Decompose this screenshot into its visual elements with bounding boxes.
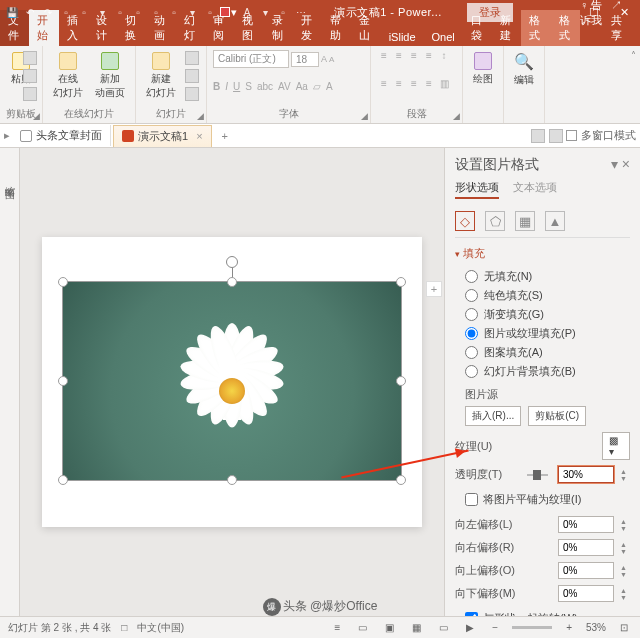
resize-handle[interactable] bbox=[396, 475, 406, 485]
doctab-icon[interactable] bbox=[549, 129, 563, 143]
tab-onekey[interactable]: Onel bbox=[424, 28, 463, 46]
zoom-out-icon[interactable]: − bbox=[488, 622, 502, 633]
pane-close-icon[interactable]: ▾ × bbox=[611, 156, 630, 174]
tab-list-icon[interactable]: ▸ bbox=[4, 129, 10, 142]
qat-icon[interactable]: ▫ bbox=[166, 4, 182, 20]
bold-icon[interactable]: B bbox=[213, 81, 220, 92]
zoom-in-icon[interactable]: + bbox=[562, 622, 576, 633]
reading-view-icon[interactable]: ▭ bbox=[435, 622, 452, 633]
share-button[interactable]: ↗ 共享 bbox=[611, 0, 632, 43]
new-slide-button[interactable]: 新建 幻灯片 bbox=[142, 50, 180, 102]
transparency-input[interactable] bbox=[558, 466, 614, 483]
format-painter-icon[interactable] bbox=[23, 87, 37, 101]
online-slides-button[interactable]: 在线 幻灯片 bbox=[49, 50, 87, 102]
fit-icon[interactable]: ⊡ bbox=[616, 622, 632, 633]
qat-dropdown-icon[interactable]: ▾ bbox=[184, 4, 200, 20]
transparency-slider[interactable] bbox=[527, 474, 548, 476]
sorter-view-icon[interactable]: ▦ bbox=[408, 622, 425, 633]
dialog-launcher-icon[interactable]: ◢ bbox=[361, 111, 368, 121]
radio-solid-fill[interactable]: 纯色填充(S) bbox=[455, 286, 630, 305]
offset-left-input[interactable] bbox=[558, 516, 614, 533]
rotate-handle[interactable] bbox=[226, 256, 238, 268]
shadow-icon[interactable]: S bbox=[245, 81, 252, 92]
dialog-launcher-icon[interactable]: ◢ bbox=[197, 111, 204, 121]
dialog-launcher-icon[interactable]: ◢ bbox=[33, 111, 40, 121]
section-icon[interactable] bbox=[185, 87, 199, 101]
qat-icon[interactable]: ▫ bbox=[112, 4, 128, 20]
case-icon[interactable]: Aa bbox=[296, 81, 308, 92]
slideshow-icon[interactable]: ▶ bbox=[462, 622, 478, 633]
italic-icon[interactable]: I bbox=[225, 81, 228, 92]
qat-icon[interactable]: ▫ bbox=[58, 4, 74, 20]
offset-up-input[interactable] bbox=[558, 562, 614, 579]
doctab-icon[interactable] bbox=[531, 129, 545, 143]
layout-helper-icon[interactable]: + bbox=[426, 281, 442, 297]
close-tab-icon[interactable]: × bbox=[196, 130, 202, 142]
font-size-input[interactable]: 18 bbox=[291, 52, 319, 67]
linespace-icon[interactable]: ↕ bbox=[437, 50, 451, 64]
spinner[interactable]: ▲▼ bbox=[620, 468, 630, 482]
offset-right-input[interactable] bbox=[558, 539, 614, 556]
grow-font-icon[interactable]: A bbox=[321, 54, 327, 64]
underline-icon[interactable]: U bbox=[233, 81, 240, 92]
new-tab-icon[interactable]: + bbox=[214, 130, 236, 142]
cut-icon[interactable] bbox=[23, 51, 37, 65]
qat-icon[interactable]: ▫ bbox=[148, 4, 164, 20]
comments-icon[interactable]: ▭ bbox=[354, 622, 371, 633]
dialog-launcher-icon[interactable]: ◢ bbox=[453, 111, 460, 121]
copy-icon[interactable] bbox=[23, 69, 37, 83]
radio-no-fill[interactable]: 无填充(N) bbox=[455, 267, 630, 286]
align-right-icon[interactable]: ≡ bbox=[407, 78, 421, 92]
edit-button[interactable]: 🔍编辑 bbox=[510, 50, 538, 89]
tell-me[interactable]: ♀ 告诉我 bbox=[580, 0, 605, 43]
highlight-icon[interactable]: ▱ bbox=[313, 81, 321, 92]
justify-icon[interactable]: ≡ bbox=[422, 78, 436, 92]
outdent-icon[interactable]: ≡ bbox=[422, 50, 436, 64]
font-color-icon[interactable]: A bbox=[239, 4, 255, 20]
radio-gradient-fill[interactable]: 渐变填充(G) bbox=[455, 305, 630, 324]
tab-pocket[interactable]: 口袋 bbox=[463, 10, 492, 46]
fill-line-icon[interactable]: ◇ bbox=[455, 211, 475, 231]
tile-checkbox[interactable]: 将图片平铺为纹理(I) bbox=[455, 489, 630, 510]
clipboard-button[interactable]: 剪贴板(C) bbox=[528, 406, 586, 426]
slide-counter[interactable]: 幻灯片 第 2 张 , 共 4 张 bbox=[8, 621, 111, 635]
qat-icon[interactable]: ▫ bbox=[202, 4, 218, 20]
spinner[interactable]: ▲▼ bbox=[620, 518, 630, 532]
columns-icon[interactable]: ▥ bbox=[437, 78, 451, 92]
layout-icon[interactable] bbox=[185, 51, 199, 65]
save-icon[interactable]: 💾 bbox=[4, 4, 20, 20]
redo-icon[interactable]: ↷ bbox=[40, 4, 56, 20]
doctab-1[interactable]: 头条文章封面 bbox=[12, 125, 111, 146]
resize-handle[interactable] bbox=[396, 277, 406, 287]
shrink-font-icon[interactable]: A bbox=[329, 55, 334, 64]
spacing-icon[interactable]: AV bbox=[278, 81, 291, 92]
picture-icon[interactable]: ▲ bbox=[545, 211, 565, 231]
tab-kingsoft[interactable]: 金山 bbox=[351, 10, 380, 46]
collapse-ribbon-icon[interactable]: ˄ bbox=[631, 50, 636, 61]
insert-picture-button[interactable]: 插入(R)... bbox=[465, 406, 521, 426]
numbering-icon[interactable]: ≡ bbox=[392, 50, 406, 64]
language-indicator[interactable]: 中文(中国) bbox=[137, 621, 184, 635]
tab-format1[interactable]: 格式 bbox=[521, 10, 550, 46]
texture-picker[interactable]: ▩ ▾ bbox=[602, 432, 630, 460]
reset-icon[interactable] bbox=[185, 69, 199, 83]
tab-help[interactable]: 帮助 bbox=[322, 10, 351, 46]
radio-slidebg-fill[interactable]: 幻灯片背景填充(B) bbox=[455, 362, 630, 381]
indent-icon[interactable]: ≡ bbox=[407, 50, 421, 64]
tab-format2[interactable]: 格式 bbox=[551, 10, 580, 46]
qat-dropdown-icon[interactable]: ▾ bbox=[94, 4, 110, 20]
thumbnail-bar[interactable]: 缩略图 bbox=[0, 148, 20, 616]
multiwin-toggle[interactable]: 多窗口模式 bbox=[566, 128, 636, 143]
new-anim-button[interactable]: 新加 动画页 bbox=[91, 50, 129, 102]
font-name-input[interactable]: Calibri (正文) bbox=[213, 50, 289, 68]
qat-icon[interactable]: ▫ bbox=[130, 4, 146, 20]
notes-icon[interactable]: ≡ bbox=[330, 622, 344, 633]
spinner[interactable]: ▲▼ bbox=[620, 564, 630, 578]
spinner[interactable]: ▲▼ bbox=[620, 541, 630, 555]
qat-icon[interactable]: ▫ bbox=[76, 4, 92, 20]
undo-icon[interactable]: ↶ bbox=[22, 4, 38, 20]
slide-canvas[interactable]: + bbox=[20, 148, 444, 616]
doctab-2[interactable]: 演示文稿1× bbox=[113, 125, 212, 147]
resize-handle[interactable] bbox=[58, 376, 68, 386]
zoom-slider[interactable] bbox=[512, 626, 552, 629]
